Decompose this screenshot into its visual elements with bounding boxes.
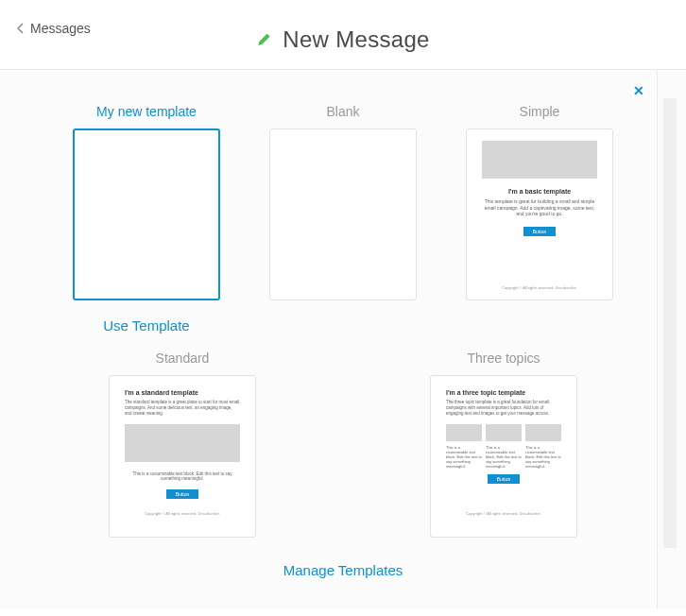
preview-heading: I'm a three topic template [446, 389, 561, 396]
placeholder-image [486, 424, 522, 441]
template-label: My new template [96, 104, 197, 119]
preview-footer: Copyright © All rights reserved. Unsubsc… [110, 511, 255, 516]
preview-body-1: The standard template is a great place t… [125, 400, 240, 417]
header: Messages New Message [0, 0, 686, 70]
template-preview-standard[interactable]: I'm a standard template The standard tem… [109, 375, 256, 538]
preview-col-3: This is a customizable text block. Edit … [525, 424, 561, 470]
placeholder-image [482, 141, 597, 179]
use-template-button[interactable]: Use Template [103, 317, 189, 334]
template-tile-simple: Simple I'm a basic template This templat… [464, 104, 615, 334]
page-title-wrap: New Message [256, 26, 429, 53]
preview-col-text: This is a customizable text block. Edit … [446, 445, 482, 470]
close-icon[interactable]: ✕ [633, 83, 644, 98]
template-row-2: Standard I'm a standard template The sta… [0, 351, 686, 538]
template-preview-three-topics[interactable]: I'm a three topic template The three top… [430, 375, 577, 538]
placeholder-image [446, 424, 482, 441]
pencil-icon [256, 32, 271, 47]
preview-button: Button [166, 489, 198, 499]
template-tile-my-new-template: My new template Use Template [71, 104, 222, 334]
preview-heading: I'm a basic template [474, 188, 605, 195]
below-content-strip [0, 595, 686, 608]
preview-body: The three topic template is a great foun… [446, 400, 561, 417]
template-row-1: My new template Use Template Blank Simpl… [0, 104, 686, 334]
template-label: Standard [156, 351, 210, 366]
placeholder-image [125, 424, 240, 462]
template-tile-blank: Blank [267, 104, 419, 334]
preview-button: Button [488, 474, 520, 484]
preview-col-2: This is a customizable text block. Edit … [486, 424, 522, 470]
preview-body: This template is great for building a sm… [474, 198, 605, 217]
template-preview-my-new-template[interactable] [73, 128, 220, 300]
template-picker: ✕ My new template Use Template Blank Sim… [0, 70, 686, 595]
preview-footer: Copyright © All rights reserved. Unsubsc… [467, 285, 612, 290]
preview-col-text: This is a customizable text block. Edit … [486, 445, 522, 470]
back-button[interactable]: Messages [17, 21, 91, 36]
scrollbar[interactable] [663, 98, 677, 548]
preview-col-text: This is a customizable text block. Edit … [525, 445, 561, 470]
preview-button: Button [523, 227, 556, 236]
divider-line [657, 70, 658, 608]
preview-footer: Copyright © All rights reserved. Unsubsc… [431, 511, 576, 516]
template-preview-blank[interactable] [269, 128, 417, 300]
template-preview-simple[interactable]: I'm a basic template This template is gr… [466, 128, 613, 300]
template-label: Three topics [467, 351, 540, 366]
template-label: Blank [326, 104, 359, 119]
page-title: New Message [283, 26, 429, 53]
placeholder-image [525, 424, 561, 441]
chevron-left-icon [17, 23, 25, 34]
preview-body-2: This is a customizable text block. Edit … [125, 471, 240, 483]
template-tile-three-topics: Three topics I'm a three topic template … [428, 351, 579, 538]
template-tile-standard: Standard I'm a standard template The sta… [107, 351, 258, 538]
preview-columns: This is a customizable text block. Edit … [446, 424, 561, 470]
manage-templates-link[interactable]: Manage Templates [283, 562, 403, 578]
template-label: Simple [520, 104, 560, 119]
back-label: Messages [30, 21, 91, 36]
preview-heading: I'm a standard template [125, 389, 240, 396]
preview-col-1: This is a customizable text block. Edit … [446, 424, 482, 470]
